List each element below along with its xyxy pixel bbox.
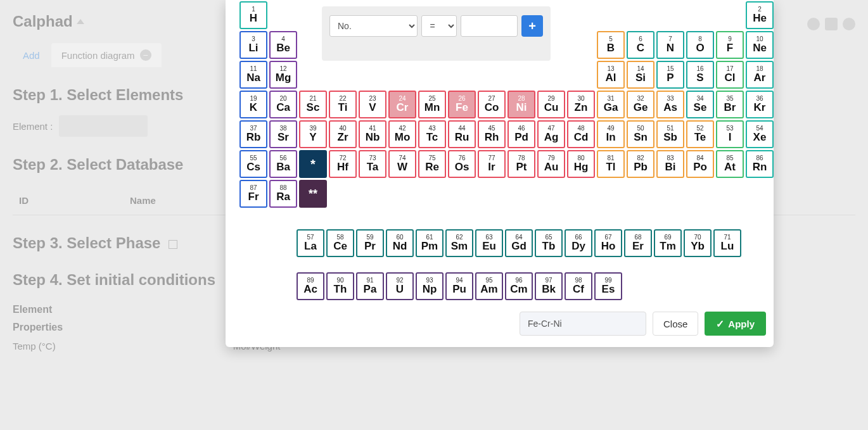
element-Na[interactable]: 11Na	[239, 61, 267, 89]
element-Pr[interactable]: 59Pr	[356, 229, 384, 257]
element-Es[interactable]: 99Es	[594, 272, 622, 300]
element-Dy[interactable]: 66Dy	[565, 229, 592, 257]
element-Se[interactable]: 34Se	[686, 91, 714, 118]
element-W[interactable]: 74W	[388, 150, 416, 178]
element-Cs[interactable]: 55Cs	[239, 150, 267, 178]
element-Sr[interactable]: 38Sr	[269, 120, 297, 148]
element-Rn[interactable]: 86Rn	[746, 150, 774, 178]
element-Au[interactable]: 79Au	[537, 150, 565, 178]
element-Cr[interactable]: 24Cr	[388, 91, 416, 118]
element-Cm[interactable]: 96Cm	[505, 272, 533, 300]
element-In[interactable]: 49In	[597, 120, 625, 148]
element-I[interactable]: 53I	[716, 120, 744, 148]
element-Br[interactable]: 35Br	[716, 91, 744, 118]
element-At[interactable]: 85At	[716, 150, 744, 178]
element-Eu[interactable]: 63Eu	[475, 229, 503, 257]
element-C[interactable]: 6C	[627, 31, 654, 59]
element-Cd[interactable]: 48Cd	[567, 120, 595, 148]
element-Ba[interactable]: 56Ba	[269, 150, 297, 178]
element-Bi[interactable]: 83Bi	[656, 150, 684, 178]
element-Ru[interactable]: 44Ru	[448, 120, 476, 148]
element-Th[interactable]: 90Th	[326, 272, 354, 300]
element-Tm[interactable]: 69Tm	[654, 229, 682, 257]
element-Hf[interactable]: 72Hf	[329, 150, 357, 178]
element-La[interactable]: 57La	[297, 229, 324, 257]
element-Pa[interactable]: 91Pa	[356, 272, 384, 300]
element-Pu[interactable]: 94Pu	[445, 272, 473, 300]
element-Ra[interactable]: 88Ra	[269, 180, 297, 208]
element-Sm[interactable]: 62Sm	[445, 229, 473, 257]
element-Lu[interactable]: 71Lu	[713, 229, 741, 257]
element-Er[interactable]: 68Er	[624, 229, 652, 257]
element-Mg[interactable]: 12Mg	[269, 61, 297, 89]
element-Sb[interactable]: 51Sb	[656, 120, 684, 148]
element-Fe[interactable]: 26Fe	[448, 91, 476, 118]
element-U[interactable]: 92U	[386, 272, 414, 300]
element-P[interactable]: 15P	[656, 61, 684, 89]
selected-elements-input[interactable]	[520, 312, 646, 336]
element-Be[interactable]: 4Be	[269, 31, 297, 59]
element-Nd[interactable]: 60Nd	[386, 229, 414, 257]
element-F[interactable]: 9F	[716, 31, 744, 59]
lanthanide-placeholder[interactable]: *	[299, 150, 327, 178]
element-Pd[interactable]: 46Pd	[507, 120, 535, 148]
element-Co[interactable]: 27Co	[478, 91, 506, 118]
element-Zr[interactable]: 40Zr	[329, 120, 357, 148]
element-Ag[interactable]: 47Ag	[537, 120, 565, 148]
element-Am[interactable]: 95Am	[475, 272, 503, 300]
element-Y[interactable]: 39Y	[299, 120, 327, 148]
element-Po[interactable]: 84Po	[686, 150, 714, 178]
element-Ne[interactable]: 10Ne	[746, 31, 774, 59]
element-Tc[interactable]: 43Tc	[418, 120, 446, 148]
element-Nb[interactable]: 41Nb	[359, 120, 386, 148]
element-Tl[interactable]: 81Tl	[597, 150, 625, 178]
element-Zn[interactable]: 30Zn	[567, 91, 595, 118]
element-Te[interactable]: 52Te	[686, 120, 714, 148]
element-Fr[interactable]: 87Fr	[239, 180, 267, 208]
element-K[interactable]: 19K	[239, 91, 267, 118]
element-Mn[interactable]: 25Mn	[418, 91, 446, 118]
element-Ir[interactable]: 77Ir	[478, 150, 506, 178]
element-Ca[interactable]: 20Ca	[269, 91, 297, 118]
element-Ti[interactable]: 22Ti	[329, 91, 357, 118]
element-Ho[interactable]: 67Ho	[594, 229, 622, 257]
element-Xe[interactable]: 54Xe	[746, 120, 774, 148]
apply-button[interactable]: ✓ Apply	[705, 312, 766, 336]
element-Pb[interactable]: 82Pb	[627, 150, 654, 178]
element-Ge[interactable]: 32Ge	[627, 91, 654, 118]
element-As[interactable]: 33As	[656, 91, 684, 118]
element-Gd[interactable]: 64Gd	[505, 229, 533, 257]
element-Ga[interactable]: 31Ga	[597, 91, 625, 118]
element-Ce[interactable]: 58Ce	[326, 229, 354, 257]
element-Pt[interactable]: 78Pt	[507, 150, 535, 178]
element-Bk[interactable]: 97Bk	[535, 272, 563, 300]
element-Yb[interactable]: 70Yb	[684, 229, 712, 257]
element-Mo[interactable]: 42Mo	[388, 120, 416, 148]
element-Rb[interactable]: 37Rb	[239, 120, 267, 148]
element-Pm[interactable]: 61Pm	[416, 229, 444, 257]
element-Np[interactable]: 93Np	[416, 272, 444, 300]
element-H[interactable]: 1H	[239, 1, 267, 29]
element-N[interactable]: 7N	[656, 31, 684, 59]
element-Ta[interactable]: 73Ta	[359, 150, 386, 178]
element-Re[interactable]: 75Re	[418, 150, 446, 178]
element-Sn[interactable]: 50Sn	[627, 120, 654, 148]
element-Li[interactable]: 3Li	[239, 31, 267, 59]
element-Si[interactable]: 14Si	[627, 61, 654, 89]
element-Cl[interactable]: 17Cl	[716, 61, 744, 89]
element-Sc[interactable]: 21Sc	[299, 91, 327, 118]
element-He[interactable]: 2He	[746, 1, 774, 29]
element-Al[interactable]: 13Al	[597, 61, 625, 89]
element-S[interactable]: 16S	[686, 61, 714, 89]
element-Cf[interactable]: 98Cf	[565, 272, 592, 300]
element-Cu[interactable]: 29Cu	[537, 91, 565, 118]
element-B[interactable]: 5B	[597, 31, 625, 59]
element-Os[interactable]: 76Os	[448, 150, 476, 178]
element-V[interactable]: 23V	[359, 91, 386, 118]
element-Hg[interactable]: 80Hg	[567, 150, 595, 178]
element-Ac[interactable]: 89Ac	[297, 272, 324, 300]
element-O[interactable]: 8O	[686, 31, 714, 59]
actinide-placeholder[interactable]: **	[299, 180, 327, 208]
element-Tb[interactable]: 65Tb	[535, 229, 563, 257]
element-Ar[interactable]: 18Ar	[746, 61, 774, 89]
